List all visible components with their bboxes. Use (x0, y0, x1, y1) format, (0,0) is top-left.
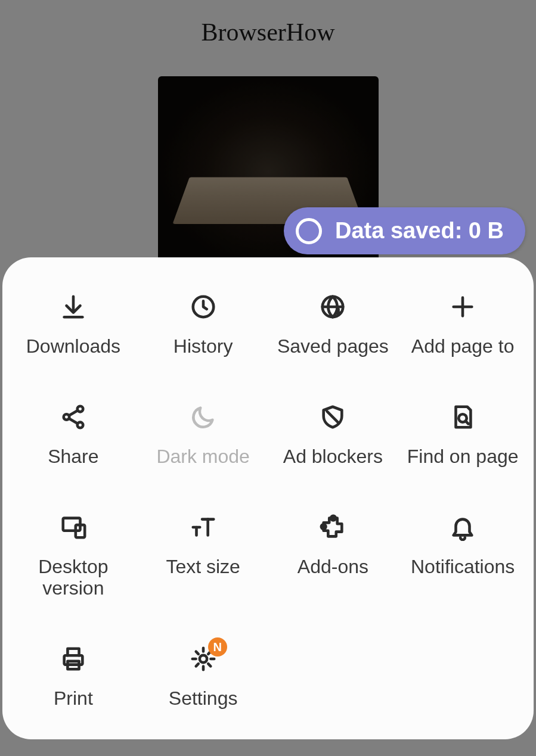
menu-label: Dark mode (156, 446, 250, 468)
saved-pages-button[interactable]: Saved pages (268, 290, 398, 357)
menu-label: Notifications (411, 556, 515, 578)
share-icon (57, 400, 90, 434)
add-page-to-button[interactable]: Add page to (398, 290, 528, 357)
bell-icon (446, 511, 479, 544)
history-button[interactable]: History (138, 290, 268, 357)
desktop-version-button[interactable]: Desktop version (8, 511, 138, 600)
text-size-button[interactable]: Text size (138, 511, 268, 600)
print-button[interactable]: Print (8, 642, 138, 710)
gear-icon: N (187, 642, 220, 676)
menu-label: Text size (166, 556, 240, 578)
menu-label: Settings (169, 687, 238, 710)
shield-slash-icon (316, 400, 349, 434)
settings-button[interactable]: N Settings (138, 642, 268, 710)
puzzle-icon (316, 511, 349, 544)
downloads-button[interactable]: Downloads (8, 290, 138, 357)
menu-label: Saved pages (277, 335, 389, 357)
ad-blockers-button[interactable]: Ad blockers (268, 400, 398, 468)
menu-grid: Downloads History Saved pages Add page t… (8, 290, 528, 710)
printer-icon (57, 642, 90, 676)
plus-icon (446, 290, 479, 323)
find-on-page-button[interactable]: Find on page (398, 400, 528, 468)
text-size-icon (187, 511, 220, 544)
svg-point-12 (199, 655, 206, 662)
menu-label: Desktop version (8, 556, 138, 600)
menu-label: Ad blockers (283, 446, 383, 468)
notifications-button[interactable]: Notifications (398, 511, 528, 600)
menu-label: Add-ons (298, 556, 368, 578)
menu-sheet: Downloads History Saved pages Add page t… (2, 257, 534, 739)
globe-download-icon (316, 290, 349, 323)
clock-icon (187, 290, 220, 323)
menu-label: Find on page (407, 446, 519, 468)
find-on-page-icon (446, 400, 479, 434)
desktop-icon (57, 511, 90, 544)
data-saved-label: Data saved: 0 B (335, 218, 504, 244)
menu-label: Share (48, 446, 98, 468)
menu-label: Downloads (26, 335, 120, 357)
notification-badge: N (208, 637, 227, 657)
dark-mode-button[interactable]: Dark mode (138, 400, 268, 468)
moon-icon (187, 400, 220, 434)
progress-ring-icon (296, 218, 322, 244)
share-button[interactable]: Share (8, 400, 138, 468)
data-saved-pill[interactable]: Data saved: 0 B (284, 207, 525, 254)
menu-label: History (173, 335, 233, 357)
add-ons-button[interactable]: Add-ons (268, 511, 398, 600)
menu-label: Print (54, 687, 93, 710)
menu-label: Add page to (411, 335, 515, 357)
download-icon (57, 290, 90, 323)
